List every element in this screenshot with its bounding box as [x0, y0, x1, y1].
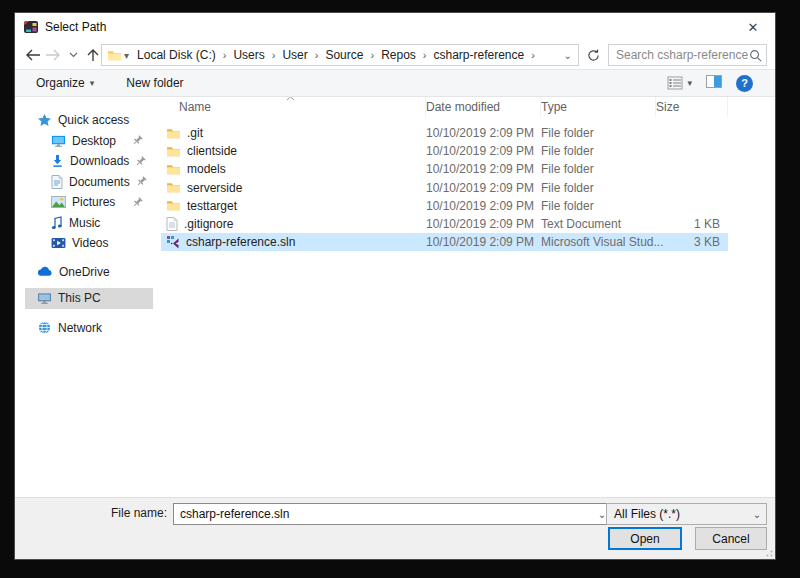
sidebar-item-quick-access[interactable]: Quick access [25, 110, 153, 131]
refresh-button[interactable] [581, 44, 605, 66]
breadcrumb-separator[interactable]: › [218, 49, 232, 61]
sidebar-item-desktop[interactable]: Desktop [25, 131, 153, 152]
type-cell: File folder [541, 162, 656, 176]
network-icon [37, 321, 52, 335]
folder-icon [166, 199, 181, 212]
title-bar: Select Path ✕ [15, 13, 775, 41]
column-header-type[interactable]: Type [541, 97, 656, 117]
file-name-cell: .gitignore [161, 217, 426, 231]
new-folder-label: New folder [126, 76, 183, 90]
sidebar-item-label: OneDrive [59, 265, 110, 279]
close-button[interactable]: ✕ [731, 13, 775, 41]
forward-button[interactable] [43, 44, 63, 66]
sidebar-item-onedrive[interactable]: OneDrive [25, 262, 153, 283]
help-icon: ? [736, 75, 753, 92]
history-dropdown-button[interactable] [63, 44, 83, 66]
column-header-date-modified[interactable]: Date modified [426, 97, 541, 117]
sidebar-item-label: Documents [69, 175, 130, 189]
file-row-serverside[interactable]: serverside10/10/2019 2:09 PMFile folder [161, 179, 728, 197]
select-path-dialog: Select Path ✕ ▾ Local Disk (C:)›Users›Us… [14, 12, 776, 560]
new-folder-button[interactable]: New folder [117, 70, 192, 96]
up-button[interactable] [83, 44, 103, 66]
file-row-models[interactable]: models10/10/2019 2:09 PMFile folder [161, 160, 728, 178]
folder-icon [166, 181, 181, 194]
sidebar-item-label: Desktop [72, 134, 116, 148]
file-list-pane: Name Date modified Type Size .git10/10/2… [161, 97, 775, 497]
vs-solution-icon [166, 235, 180, 249]
breadcrumb-separator[interactable]: › [526, 49, 540, 61]
breadcrumb-segment-source[interactable]: Source [323, 48, 365, 62]
breadcrumb-segment-repos[interactable]: Repos [379, 48, 418, 62]
star-icon [37, 113, 52, 128]
address-bar-row: ▾ Local Disk (C:)›Users›User›Source›Repo… [15, 41, 775, 69]
document-icon [51, 175, 63, 189]
search-icon[interactable] [749, 49, 762, 62]
sidebar-item-documents[interactable]: Documents [25, 172, 153, 193]
file-type-select[interactable]: All Files (*.*) ⌄ [606, 503, 767, 525]
breadcrumb-separator[interactable]: › [267, 49, 281, 61]
file-name-input[interactable] [174, 507, 593, 521]
file-name-text: csharp-reference.sln [186, 235, 295, 249]
address-icon-dropdown[interactable]: ▾ [124, 50, 133, 61]
date-modified-cell: 10/10/2019 2:09 PM [426, 126, 541, 140]
breadcrumb-segment-users[interactable]: Users [231, 48, 266, 62]
window-title: Select Path [45, 20, 106, 34]
sidebar-item-downloads[interactable]: Downloads [25, 151, 153, 172]
breadcrumb-separator[interactable]: › [310, 49, 324, 61]
computer-icon [37, 292, 52, 305]
file-name-text: serverside [187, 181, 242, 195]
refresh-icon [587, 49, 600, 62]
download-icon [51, 154, 64, 168]
file-name-text: clientside [187, 144, 237, 158]
file-list: .git10/10/2019 2:09 PMFile folderclients… [161, 124, 728, 251]
folder-small-icon [107, 49, 122, 62]
date-modified-cell: 10/10/2019 2:09 PM [426, 144, 541, 158]
open-button[interactable]: Open [608, 527, 682, 550]
forward-arrow-icon [45, 49, 61, 61]
address-dropdown-chevron[interactable]: ⌄ [564, 50, 576, 61]
sidebar-item-label: Downloads [70, 154, 129, 168]
file-row-git[interactable]: .git10/10/2019 2:09 PMFile folder [161, 124, 728, 142]
help-button[interactable]: ? [736, 75, 753, 92]
file-row-clientside[interactable]: clientside10/10/2019 2:09 PMFile folder [161, 142, 728, 160]
sidebar-item-network[interactable]: Network [25, 318, 153, 339]
back-button[interactable] [23, 44, 43, 66]
type-cell: Microsoft Visual Stud... [541, 235, 656, 249]
breadcrumb-separator[interactable]: › [365, 49, 379, 61]
cancel-button[interactable]: Cancel [695, 527, 767, 550]
pin-icon [136, 176, 147, 187]
search-box [608, 44, 767, 66]
file-row-testtarget[interactable]: testtarget10/10/2019 2:09 PMFile folder [161, 197, 728, 215]
preview-pane-button[interactable] [706, 75, 722, 91]
up-arrow-icon [87, 48, 99, 62]
file-name-cell: models [161, 162, 426, 176]
file-name-text: .git [187, 126, 203, 140]
view-mode-button[interactable]: ▾ [667, 76, 692, 90]
breadcrumb[interactable]: ▾ Local Disk (C:)›Users›User›Source›Repo… [101, 44, 579, 66]
column-headers: Name Date modified Type Size [161, 97, 728, 117]
chevron-down-icon [69, 52, 78, 58]
file-name-cell: serverside [161, 181, 426, 195]
organize-button[interactable]: Organize ▾ [27, 70, 103, 96]
breadcrumb-separator[interactable]: › [418, 49, 432, 61]
breadcrumb-segment-local-disk-c[interactable]: Local Disk (C:) [135, 48, 218, 62]
column-header-size[interactable]: Size [656, 97, 728, 117]
sidebar-item-this-pc[interactable]: This PC [25, 288, 153, 309]
toolbar-right-group: ▾ ? [667, 75, 753, 92]
breadcrumb-segment-user[interactable]: User [280, 48, 309, 62]
music-icon [51, 216, 63, 230]
sidebar-item-label: Videos [72, 236, 108, 250]
sidebar-item-videos[interactable]: Videos [25, 233, 153, 254]
sidebar-item-pictures[interactable]: Pictures [25, 192, 153, 213]
file-row-csharp-reference-sln[interactable]: csharp-reference.sln10/10/2019 2:09 PMMi… [161, 233, 728, 251]
type-cell: Text Document [541, 217, 656, 231]
search-input[interactable] [616, 48, 749, 62]
navigation-pane: Quick accessDesktopDownloadsDocumentsPic… [15, 97, 161, 497]
sidebar-item-music[interactable]: Music [25, 213, 153, 234]
date-modified-cell: 10/10/2019 2:09 PM [426, 235, 541, 249]
breadcrumb-segment-csharp-reference[interactable]: csharp-reference [431, 48, 526, 62]
folder-icon [166, 127, 181, 140]
type-cell: File folder [541, 181, 656, 195]
resize-grip[interactable] [763, 547, 773, 557]
file-row-gitignore[interactable]: .gitignore10/10/2019 2:09 PMText Documen… [161, 215, 728, 233]
